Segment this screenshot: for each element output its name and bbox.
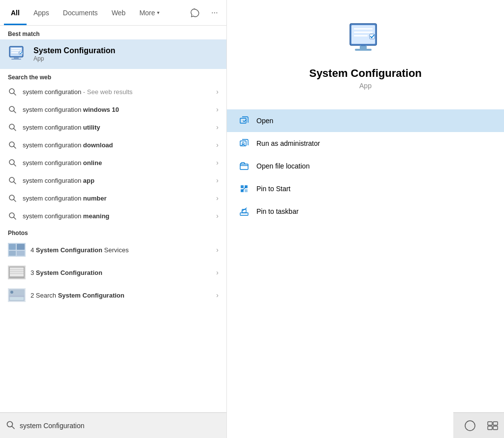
more-options-button[interactable]: ··· — [207, 5, 222, 21]
tab-items: All Apps Documents Web More ▾ — [4, 0, 166, 25]
list-item[interactable]: system configuration utility › — [0, 118, 226, 136]
best-match-item[interactable]: System Configuration App — [0, 39, 226, 69]
search-bar-icon — [6, 420, 15, 431]
feedback-button[interactable] — [187, 5, 203, 21]
tab-apps[interactable]: Apps — [27, 0, 56, 25]
search-web-header: Search the web — [0, 69, 226, 83]
right-panel: System Configuration App Open — [226, 0, 504, 438]
list-item[interactable]: system configuration number › — [0, 189, 226, 207]
list-item[interactable]: system configuration download › — [0, 136, 226, 154]
list-item[interactable]: system configuration windows 10 › — [0, 101, 226, 118]
sysconfig-app-icon — [8, 44, 28, 64]
chevron-right-icon: › — [216, 176, 219, 184]
svg-rect-44 — [354, 28, 373, 30]
chevron-right-icon: › — [216, 194, 219, 202]
list-item[interactable]: system configuration - See web results › — [0, 83, 226, 101]
pin-to-taskbar-label: Pin to taskbar — [256, 207, 299, 215]
chevron-down-icon: ▾ — [157, 10, 159, 15]
chevron-right-icon: › — [216, 269, 219, 276]
svg-line-19 — [14, 182, 16, 184]
action-pin-to-taskbar[interactable]: Pin to taskbar — [227, 200, 504, 223]
chevron-right-icon: › — [216, 291, 219, 299]
chevron-right-icon: › — [216, 123, 219, 131]
svg-rect-27 — [9, 251, 16, 256]
app-detail-subtitle: App — [359, 82, 372, 90]
svg-rect-66 — [488, 426, 492, 430]
action-pin-to-start[interactable]: Pin to Start — [227, 177, 504, 200]
cortana-button[interactable] — [461, 417, 479, 435]
tab-actions: ··· — [187, 5, 222, 21]
chevron-right-icon: › — [216, 212, 219, 220]
photo-item[interactable]: 2 Search System Configuration › — [0, 284, 226, 306]
action-open-file-location[interactable]: Open file location — [227, 155, 504, 177]
search-icon — [8, 158, 17, 167]
action-run-as-admin[interactable]: Run as administrator — [227, 132, 504, 155]
pin-to-start-label: Pin to Start — [256, 185, 290, 193]
svg-rect-28 — [17, 251, 25, 256]
svg-rect-52 — [240, 141, 246, 146]
best-match-header: Best match — [0, 26, 226, 39]
chevron-right-icon: › — [216, 141, 219, 149]
svg-rect-2 — [11, 48, 21, 49]
chevron-right-icon: › — [216, 88, 219, 96]
file-location-icon — [239, 161, 250, 171]
search-icon — [8, 194, 17, 202]
search-icon — [8, 123, 17, 132]
svg-line-17 — [14, 164, 16, 166]
app-detail-title: System Configuration — [309, 67, 422, 80]
photo-item[interactable]: 3 System Configuration › — [0, 261, 226, 284]
svg-line-41 — [12, 426, 15, 429]
svg-point-40 — [7, 421, 13, 427]
tab-more[interactable]: More ▾ — [132, 0, 166, 25]
svg-rect-5 — [14, 57, 19, 59]
chevron-right-icon: › — [216, 105, 219, 113]
search-bar — [0, 412, 226, 438]
photo-item[interactable]: 4 System Configuration Services › — [0, 238, 226, 261]
svg-line-21 — [14, 200, 16, 202]
tab-all[interactable]: All — [4, 0, 27, 25]
svg-rect-45 — [354, 32, 373, 33]
tab-bar: All Apps Documents Web More ▾ — [0, 0, 226, 26]
search-icon — [8, 105, 17, 114]
result-list: Best match System Confi — [0, 26, 226, 438]
svg-rect-4 — [11, 52, 18, 53]
svg-point-63 — [465, 421, 475, 431]
svg-rect-46 — [354, 35, 368, 36]
svg-rect-6 — [11, 59, 21, 60]
photos-header: Photos — [0, 225, 226, 238]
action-open[interactable]: Open — [227, 109, 504, 132]
search-input[interactable] — [20, 422, 220, 430]
pin-start-icon — [239, 183, 250, 194]
list-item[interactable]: system configuration app › — [0, 171, 226, 189]
svg-rect-31 — [10, 268, 24, 276]
svg-rect-26 — [17, 244, 25, 250]
tab-web[interactable]: Web — [105, 0, 133, 25]
photo-thumb-3 — [8, 288, 26, 302]
search-icon — [8, 87, 17, 96]
search-icon — [8, 140, 17, 149]
search-icon — [8, 211, 17, 220]
tab-documents[interactable]: Documents — [56, 0, 105, 25]
svg-line-15 — [14, 146, 16, 148]
list-item[interactable]: system configuration meaning › — [0, 207, 226, 225]
taskbar — [453, 412, 504, 438]
svg-rect-60 — [240, 213, 248, 215]
svg-line-11 — [14, 111, 16, 113]
photo-thumb-2 — [8, 266, 26, 279]
svg-line-13 — [14, 129, 16, 131]
svg-rect-58 — [245, 189, 248, 192]
best-match-text: System Configuration App — [33, 46, 115, 62]
svg-rect-25 — [9, 244, 16, 250]
ellipsis-icon: ··· — [211, 8, 218, 17]
action-list: Open Run as administrator — [227, 109, 504, 223]
svg-rect-39 — [10, 297, 24, 300]
list-item[interactable]: system configuration online › — [0, 154, 226, 171]
svg-rect-49 — [355, 49, 372, 51]
task-view-button[interactable] — [484, 417, 502, 435]
svg-point-37 — [10, 291, 13, 294]
chevron-right-icon: › — [216, 159, 219, 167]
pin-taskbar-icon — [239, 206, 250, 217]
photo-thumb-1 — [8, 243, 26, 257]
search-icon — [8, 176, 17, 185]
svg-rect-64 — [488, 422, 492, 425]
